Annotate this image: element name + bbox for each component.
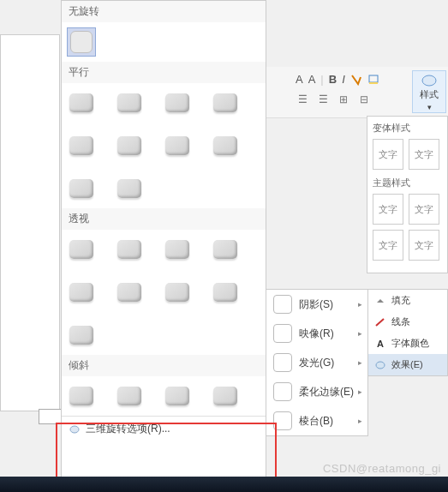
align-toolbar: ☰ ☰ ⊞ ⊟	[296, 93, 371, 106]
watermark: CSDN@reatamong_gi	[323, 462, 441, 475]
rotation-cell[interactable]	[163, 381, 192, 411]
theme-cell[interactable]: 文字	[409, 230, 439, 261]
glow-icon	[273, 353, 292, 372]
theme-grid: 文字 文字 文字 文字	[373, 194, 442, 261]
rotation-cell[interactable]	[115, 235, 144, 264]
reflection-item[interactable]: 映像(R)	[266, 319, 367, 348]
svg-rect-1	[369, 82, 378, 84]
align-btn-4[interactable]: ⊟	[357, 93, 371, 106]
rotation-cell[interactable]	[67, 131, 96, 160]
theme-cell[interactable]: 文字	[373, 230, 403, 261]
svg-point-2	[422, 75, 436, 86]
effects-label: 效果(E)	[391, 358, 423, 371]
theme-cell[interactable]: 文字	[409, 194, 439, 225]
rotation-options-item[interactable]: 三维旋转选项(R)...	[62, 416, 266, 441]
line-icon	[374, 316, 386, 328]
rotation-cell[interactable]	[67, 278, 96, 307]
rotation-cell[interactable]	[211, 381, 240, 411]
underline-btn[interactable]	[350, 74, 362, 86]
taskbar	[0, 477, 448, 492]
rotation-cell[interactable]	[163, 235, 192, 264]
separator: |	[320, 73, 323, 86]
oblique-title: 倾斜	[62, 355, 266, 376]
fontcolor-label: 字体颜色	[391, 337, 429, 350]
rotation-cell[interactable]	[67, 174, 96, 203]
effects-item[interactable]: 效果(E)	[367, 354, 447, 375]
rotation-none-cell[interactable]	[67, 27, 96, 57]
rotation-cell[interactable]	[211, 278, 240, 307]
rotation-panel: 无旋转 平行 透视 倾斜 三维旋转选项(R)...	[61, 0, 266, 480]
rotation-cell[interactable]	[211, 131, 240, 160]
italic-btn[interactable]: I	[342, 73, 345, 86]
rotation-cell[interactable]	[163, 88, 192, 117]
parallel-grid	[62, 83, 266, 208]
softedges-item[interactable]: 柔化边缘(E)	[266, 377, 367, 406]
reflection-icon	[273, 324, 292, 343]
perspective-grid	[62, 230, 266, 355]
fill-icon	[374, 295, 386, 307]
line-item[interactable]: 线条	[367, 311, 447, 333]
variant-cell[interactable]: 文字	[373, 139, 403, 170]
bevel-icon	[273, 411, 292, 430]
rotation-cell[interactable]	[115, 88, 144, 117]
fx-menu: 填充 线条 A 字体颜色 效果(E)	[367, 289, 448, 376]
shadow-icon	[273, 295, 292, 314]
style-dropdown-btn[interactable]: 样式 ▾	[412, 70, 446, 113]
glow-item[interactable]: 发光(G)	[266, 348, 367, 377]
bevel-label: 棱台(B)	[299, 414, 333, 429]
variant-title: 变体样式	[373, 122, 442, 135]
rotation-cell[interactable]	[211, 88, 240, 117]
svg-point-3	[376, 362, 385, 369]
variant-grid: 文字 文字	[373, 139, 442, 170]
highlight-btn[interactable]	[367, 74, 379, 86]
canvas-area	[0, 34, 60, 411]
rotation-cell[interactable]	[211, 235, 240, 264]
chevron-down-icon: ▾	[427, 103, 432, 111]
effects-menu: 阴影(S) 映像(R) 发光(G) 柔化边缘(E) 棱台(B)	[266, 289, 368, 436]
softedges-label: 柔化边缘(E)	[299, 385, 354, 399]
oblique-grid	[62, 376, 266, 416]
glow-label: 发光(G)	[299, 356, 334, 370]
variant-cell[interactable]: 文字	[409, 139, 439, 170]
align-btn-3[interactable]: ⊞	[337, 93, 350, 106]
rotation-cell[interactable]	[115, 131, 144, 160]
font-toolbar: A A | B I	[296, 73, 379, 86]
font-shrink-btn[interactable]: A	[296, 73, 303, 86]
none-grid	[62, 22, 266, 62]
fill-item[interactable]: 填充	[367, 290, 447, 311]
svg-rect-0	[369, 75, 378, 82]
rotation-cell[interactable]	[115, 174, 144, 203]
softedges-icon	[273, 382, 292, 401]
rotation-cell[interactable]	[67, 235, 96, 264]
rotation-cell[interactable]	[67, 381, 96, 411]
style-label: 样式	[420, 88, 439, 101]
style-panel: 变体样式 文字 文字 主题样式 文字 文字 文字 文字	[367, 116, 448, 273]
style-icon	[421, 73, 438, 88]
shadow-item[interactable]: 阴影(S)	[266, 290, 367, 319]
align-btn-1[interactable]: ☰	[296, 93, 309, 106]
rotation-cell[interactable]	[163, 131, 192, 160]
rotation-cell[interactable]	[67, 321, 96, 350]
perspective-title: 透视	[62, 208, 266, 230]
parallel-title: 平行	[62, 62, 266, 83]
rotation-cell[interactable]	[115, 278, 144, 307]
rotation-options-label: 三维旋转选项(R)...	[86, 422, 170, 436]
bold-btn[interactable]: B	[329, 73, 337, 86]
rotation-options-icon	[69, 423, 81, 435]
shadow-label: 阴影(S)	[299, 297, 333, 312]
theme-title: 主题样式	[373, 177, 442, 189]
font-grow-btn[interactable]: A	[308, 73, 316, 86]
svg-point-4	[70, 426, 79, 433]
fontcolor-item[interactable]: A 字体颜色	[367, 333, 447, 354]
effects-icon	[374, 359, 386, 371]
rotation-cell[interactable]	[163, 278, 192, 307]
rotation-cell[interactable]	[115, 381, 144, 411]
bevel-item[interactable]: 棱台(B)	[266, 406, 367, 435]
align-btn-2[interactable]: ☰	[316, 93, 330, 106]
fontcolor-icon: A	[374, 338, 386, 350]
line-label: 线条	[391, 315, 410, 328]
reflection-label: 映像(R)	[299, 327, 334, 341]
theme-cell[interactable]: 文字	[373, 194, 403, 225]
rotation-cell[interactable]	[67, 88, 96, 117]
none-title: 无旋转	[62, 1, 266, 22]
